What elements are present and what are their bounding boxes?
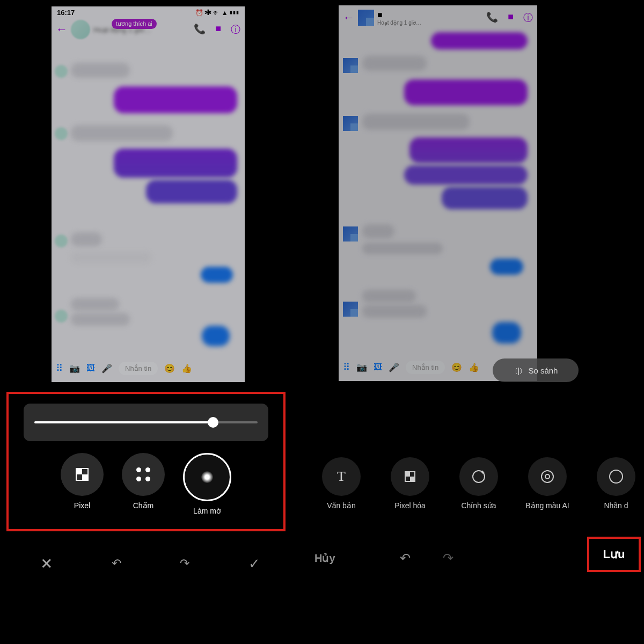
msg-avatar: [343, 226, 358, 241]
tool-sticker-label: Nhãn d: [604, 501, 628, 510]
sent-msg: [442, 187, 528, 209]
sticker-icon: [609, 470, 623, 484]
tool-sticker[interactable]: Nhãn d: [587, 457, 644, 527]
chat-input-bar: ⠿ 📷 🖼 🎤 Nhắn tin 😊 👍: [52, 357, 245, 379]
sent-msg: [114, 149, 237, 178]
sent-msg-blue: [492, 322, 521, 343]
intensity-slider[interactable]: [24, 404, 268, 441]
received-msg: [71, 313, 130, 326]
tool-pixel[interactable]: Pixel: [61, 453, 104, 515]
video-icon[interactable]: ■: [508, 11, 514, 24]
palette-icon: [541, 470, 554, 483]
camera-icon[interactable]: 📷: [69, 363, 80, 374]
contact-avatar[interactable]: [358, 10, 374, 26]
sent-msg-blue: [201, 267, 233, 283]
clock: 16:17: [57, 9, 75, 17]
pixel-icon: [405, 471, 415, 482]
info-icon[interactable]: ⓘ: [231, 23, 240, 36]
received-msg: [71, 252, 151, 264]
message-input[interactable]: Nhắn tin: [406, 361, 445, 374]
redo-icon[interactable]: ↷: [180, 557, 189, 570]
blur-tool-panel: Pixel Chấm Làm mờ: [6, 392, 286, 531]
tool-palette[interactable]: Bảng màu AI: [518, 457, 576, 527]
gallery-icon[interactable]: 🖼: [86, 363, 95, 373]
tool-dot[interactable]: Chấm: [122, 453, 165, 515]
compare-label: So sánh: [528, 366, 558, 375]
tool-edit[interactable]: Chỉnh sửa: [450, 457, 508, 527]
close-icon[interactable]: ✕: [40, 555, 53, 573]
slider-knob[interactable]: [208, 417, 218, 428]
mic-icon[interactable]: 🎤: [101, 363, 112, 374]
sent-msg: [409, 137, 528, 163]
contact-name: ■: [377, 10, 421, 20]
tool-pixelate-label: Pixel hóa: [394, 501, 426, 510]
video-icon[interactable]: ■: [215, 23, 221, 36]
compare-icon: ⟮|⟯: [514, 366, 524, 375]
sent-msg-blue: [490, 259, 523, 275]
gallery-icon[interactable]: 🖼: [374, 362, 382, 372]
received-msg: [362, 224, 394, 238]
status-bar: 16:17 ⏰ ✱ ᯤ ▲ ▮▮▮: [52, 6, 245, 18]
received-msg: [362, 243, 443, 254]
msg-avatar: [55, 65, 68, 78]
tool-blur[interactable]: Làm mờ: [183, 453, 231, 515]
received-msg: [362, 305, 427, 318]
info-icon[interactable]: ⓘ: [523, 11, 533, 24]
dots-icon: [136, 467, 150, 481]
call-icon[interactable]: 📞: [194, 23, 206, 36]
save-label: Lưu: [603, 547, 625, 561]
tool-dot-label: Chấm: [133, 501, 154, 510]
like-icon[interactable]: 👍: [181, 363, 192, 374]
sent-msg: [404, 79, 528, 105]
chat-header: ← Hoạt động 1 giờ… 📞 ■ ⓘ tương thích ai: [52, 18, 245, 41]
msg-avatar: [343, 302, 358, 317]
like-icon[interactable]: 👍: [469, 362, 479, 372]
msg-avatar: [343, 116, 358, 131]
tool-pixel-label: Pixel: [74, 501, 90, 510]
tool-pixelate[interactable]: Pixel hóa: [381, 457, 439, 527]
chat-body: [339, 28, 537, 350]
text-icon: T: [337, 469, 346, 485]
contact-avatar[interactable]: [71, 20, 90, 39]
sent-msg: [114, 86, 237, 113]
emoji-icon[interactable]: 😊: [451, 362, 462, 372]
msg-avatar: [55, 127, 68, 140]
mic-icon[interactable]: 🎤: [389, 362, 399, 372]
compare-button[interactable]: ⟮|⟯ So sánh: [493, 358, 579, 382]
save-button[interactable]: Lưu: [587, 537, 641, 572]
received-msg: [71, 125, 173, 141]
undo-icon[interactable]: ↶: [112, 557, 121, 570]
emoji-icon[interactable]: 😊: [164, 363, 175, 374]
tool-palette-label: Bảng màu AI: [525, 501, 569, 510]
chat-body: [52, 41, 245, 353]
camera-icon[interactable]: 📷: [356, 362, 367, 372]
tool-text-label: Văn bản: [327, 501, 355, 510]
redo-icon[interactable]: ↷: [443, 551, 453, 566]
message-input[interactable]: Nhắn tin: [119, 362, 158, 375]
tool-edit-label: Chỉnh sửa: [461, 501, 496, 510]
status-icons: ⏰ ✱ ᯤ ▲ ▮▮▮: [195, 9, 239, 17]
blur-icon: [201, 471, 213, 483]
sent-msg: [431, 32, 528, 49]
pixel-icon: [76, 468, 89, 481]
sent-msg: [404, 165, 528, 185]
tool-text[interactable]: T Văn bản: [312, 457, 370, 527]
apps-icon[interactable]: ⠿: [343, 361, 350, 373]
cancel-button[interactable]: Hủy: [314, 552, 335, 565]
call-icon[interactable]: 📞: [486, 11, 498, 24]
left-screenshot: 16:17 ⏰ ✱ ᯤ ▲ ▮▮▮ ← Hoạt động 1 giờ… 📞 ■…: [52, 6, 245, 382]
undo-icon[interactable]: ↶: [400, 551, 411, 566]
sent-msg: [146, 180, 237, 203]
tool-blur-label: Làm mờ: [193, 507, 221, 515]
confirm-icon[interactable]: ✓: [248, 555, 260, 572]
received-msg: [362, 56, 427, 71]
back-icon[interactable]: ←: [56, 23, 68, 36]
received-msg: [71, 63, 130, 78]
tag-chip: tương thích ai: [112, 19, 157, 29]
back-icon[interactable]: ←: [343, 11, 355, 25]
edit-icon: [472, 470, 485, 483]
apps-icon[interactable]: ⠿: [56, 362, 63, 374]
right-screenshot: ← ■ Hoạt động 1 giờ… 📞 ■ ⓘ ⠿ �: [339, 5, 537, 381]
slider-fill: [34, 421, 213, 423]
received-msg: [71, 232, 102, 246]
